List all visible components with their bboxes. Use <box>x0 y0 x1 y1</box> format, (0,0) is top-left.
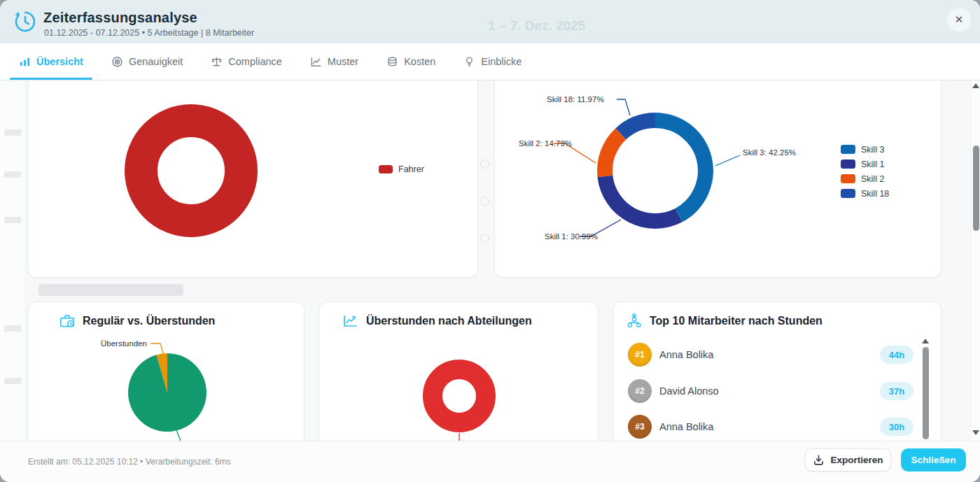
tab-bar: Übersicht Genauigkeit Compliance Muster <box>0 43 980 80</box>
rank-badge: #1 <box>628 343 652 367</box>
backdrop-artifact <box>480 160 489 169</box>
tab-compliance[interactable]: Compliance <box>202 43 291 80</box>
leader-line-ueberstunden <box>150 343 164 355</box>
screen: { "backdrop": { "date_text": "1 – 7. Dez… <box>0 0 980 482</box>
bar-chart-icon <box>19 56 31 68</box>
tab-genauigkeit[interactable]: Genauigkeit <box>102 43 192 80</box>
backdrop-artifact <box>480 197 489 206</box>
chart-legend: Fahrer <box>379 162 424 176</box>
leader-line-regulaer <box>176 430 181 441</box>
close-button-label: Schließen <box>911 455 956 465</box>
backdrop-artifact <box>4 378 21 384</box>
tab-uebersicht[interactable]: Übersicht <box>10 43 92 80</box>
chart-legend: Skill 3 Skill 1 Skill 2 Skill 18 <box>841 142 889 201</box>
tab-kosten[interactable]: Kosten <box>377 43 444 80</box>
modal-header: 1 – 7. Dez. 2025 Zeiterfassungsanalyse 0… <box>0 0 980 43</box>
tab-muster[interactable]: Muster <box>301 43 368 80</box>
tab-label: Kosten <box>404 56 435 67</box>
legend-label: Fahrer <box>398 164 424 174</box>
backdrop-artifact <box>4 129 21 136</box>
legend-item-skill18[interactable]: Skill 18 <box>841 186 889 201</box>
target-icon <box>111 56 123 68</box>
close-icon[interactable]: ✕ <box>947 8 971 31</box>
analysis-modal: 1 – 7. Dez. 2025 Zeiterfassungsanalyse 0… <box>0 0 980 482</box>
employee-name: Anna Bolika <box>659 349 713 360</box>
close-button[interactable]: Schließen <box>901 448 966 472</box>
rank-badge: #3 <box>628 415 652 439</box>
report-meta-text: Erstellt am: 05.12.2025 10:12 • Verarbei… <box>28 457 231 467</box>
annotation-skill18: Skill 18: 11.97% <box>547 95 604 104</box>
hours-badge: 37h <box>880 382 913 400</box>
card-overtime-by-department: Überstunden nach Abteilungen <box>318 302 598 441</box>
modal-scrollbar[interactable] <box>970 80 980 441</box>
backdrop-artifact <box>4 171 21 178</box>
list-scrollbar[interactable] <box>921 339 930 441</box>
modal-content: Fahrer Skill 18: 11.97% Skill 2: 14.79% … <box>0 80 980 441</box>
ranking-podium-icon <box>626 313 643 329</box>
employees-donut-chart[interactable] <box>29 80 479 278</box>
card-employees-by-role: Fahrer <box>28 80 478 278</box>
annotation-skill3: Skill 3: 42.25% <box>743 148 796 157</box>
legend-label: Skill 18 <box>861 189 889 199</box>
card-title-text: Top 10 Mitarbeiter nach Stunden <box>650 315 822 327</box>
scales-icon <box>211 56 223 68</box>
list-item-rank2: #2 David Alonso 37h <box>613 379 941 403</box>
modal-footer: Erstellt am: 05.12.2025 10:12 • Verarbei… <box>0 441 980 482</box>
page-title: Zeiterfassungsanalyse <box>43 10 197 26</box>
legend-item-skill3[interactable]: Skill 3 <box>841 142 889 157</box>
database-icon <box>386 56 398 68</box>
list-scrollbar-thumb[interactable] <box>923 347 929 439</box>
legend-label: Skill 3 <box>861 145 884 155</box>
line-chart-icon <box>310 56 322 68</box>
tab-label: Einblicke <box>481 56 522 67</box>
legend-swatch <box>841 145 855 154</box>
leader-line-skill3 <box>715 155 740 166</box>
hours-badge: 44h <box>880 346 913 364</box>
tab-einblicke[interactable]: Einblicke <box>454 43 531 80</box>
legend-label: Skill 2 <box>861 174 884 184</box>
regular-overtime-pie-chart[interactable] <box>29 302 305 441</box>
card-regular-vs-overtime: Regulär vs. Überstunden Überstunden <box>28 302 304 441</box>
department-donut-chart[interactable] <box>319 302 599 441</box>
card-skills-distribution: Skill 18: 11.97% Skill 2: 14.79% Skill 3… <box>494 80 941 278</box>
card-top10-employees: Top 10 Mitarbeiter nach Stunden #1 Anna … <box>612 302 941 441</box>
export-button-label: Exportieren <box>830 455 883 465</box>
backdrop-artifact <box>4 217 21 223</box>
annotation-skill2: Skill 2: 14.79% <box>519 139 572 148</box>
employee-name: David Alonso <box>659 385 719 397</box>
leader-line-skill18 <box>617 99 630 115</box>
download-icon <box>813 454 825 466</box>
export-button[interactable]: Exportieren <box>805 448 891 472</box>
scroll-down-arrow[interactable] <box>972 430 979 435</box>
tab-label: Genauigkeit <box>129 56 183 67</box>
backdrop-date-text: 1 – 7. Dez. 2025 <box>488 18 585 34</box>
modal-scrollbar-thumb[interactable] <box>973 146 979 231</box>
legend-swatch <box>841 189 855 198</box>
backdrop-artifact <box>0 80 26 441</box>
backdrop-artifact <box>38 284 183 296</box>
hours-badge: 30h <box>880 418 913 436</box>
legend-item-skill1[interactable]: Skill 1 <box>841 157 889 171</box>
legend-swatch <box>841 174 855 183</box>
tab-label: Muster <box>328 56 358 67</box>
page-subtitle: 01.12.2025 - 07.12.2025 • 5 Arbeitstage … <box>44 28 254 38</box>
backdrop-artifact <box>480 234 489 243</box>
scroll-up-arrow[interactable] <box>922 339 929 343</box>
tab-label: Übersicht <box>36 56 83 67</box>
list-item-rank3: #3 Anna Bolika 30h <box>613 415 941 439</box>
list-item-rank1: #1 Anna Bolika 44h <box>613 343 941 367</box>
legend-label: Skill 1 <box>861 160 884 169</box>
backdrop-artifact <box>4 325 21 332</box>
legend-item-skill2[interactable]: Skill 2 <box>841 171 889 186</box>
annotation-skill1: Skill 1: 30.99% <box>545 232 598 241</box>
rank-badge: #2 <box>628 379 652 403</box>
lightbulb-icon <box>463 56 475 68</box>
history-clock-icon <box>13 9 38 34</box>
legend-item-fahrer[interactable]: Fahrer <box>379 162 424 176</box>
scroll-up-arrow[interactable] <box>972 83 979 88</box>
tab-label: Compliance <box>228 56 282 67</box>
annotation-ueberstunden: Überstunden <box>101 339 147 348</box>
legend-swatch <box>841 160 855 169</box>
employee-name: Anna Bolika <box>659 421 713 432</box>
legend-swatch <box>379 165 393 173</box>
